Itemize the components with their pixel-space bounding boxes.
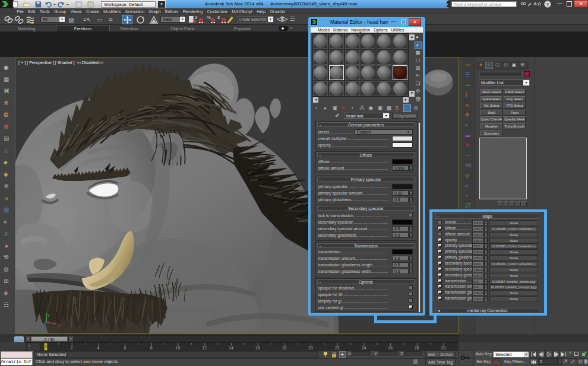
svg-text:14: 14 [229,346,233,350]
svg-text:22: 22 [335,346,340,350]
svg-text:28: 28 [415,346,419,350]
svg-text:12: 12 [202,346,207,350]
svg-text:2: 2 [71,346,73,350]
svg-text:26: 26 [388,346,393,350]
svg-text:16: 16 [255,346,260,350]
svg-text:8: 8 [150,346,153,350]
svg-text:20: 20 [308,346,313,350]
svg-text:y: y [48,313,50,317]
svg-text:10: 10 [176,346,181,350]
svg-text:6: 6 [124,346,126,350]
svg-text:x: x [58,323,61,327]
svg-text:18: 18 [282,346,286,350]
svg-text:30: 30 [441,346,446,350]
svg-text:4: 4 [97,346,99,350]
svg-text:24: 24 [362,346,366,350]
